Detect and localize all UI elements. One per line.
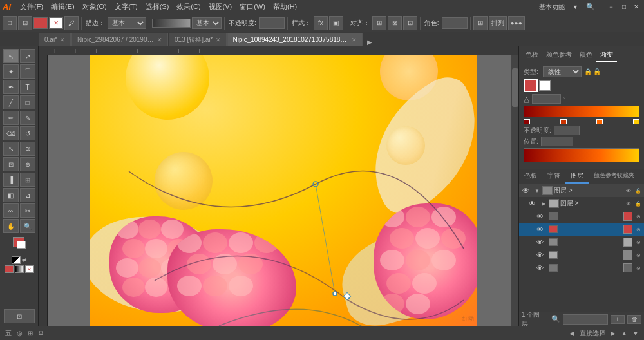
status-icon-2[interactable]: ◎: [17, 330, 23, 337]
search-icon-layers[interactable]: 🔍: [551, 315, 560, 323]
color-mode-btn[interactable]: [5, 265, 14, 273]
tab-gradient[interactable]: 渐变: [596, 49, 617, 62]
hand-tool[interactable]: ✋: [3, 219, 19, 233]
menu-view[interactable]: 视图(V): [205, 1, 236, 13]
tab-overflow-btn[interactable]: ▶: [365, 39, 375, 46]
type-tool[interactable]: T: [20, 80, 35, 94]
expand-icon-1[interactable]: ▶: [540, 200, 547, 207]
layers-content[interactable]: 👁 ▼ 图层 > 👁 🔒 👁 ▶ 图层 >: [519, 184, 644, 312]
layers-tab-swatch[interactable]: 色板: [519, 169, 542, 184]
eye-icon-3[interactable]: 👁: [535, 224, 545, 234]
stroke-swatch[interactable]: [17, 241, 26, 249]
blend-tool[interactable]: ∞: [3, 203, 19, 218]
layer-1-eye[interactable]: 👁: [624, 199, 633, 208]
stop-3[interactable]: [596, 119, 603, 124]
line-tool[interactable]: ╱: [3, 95, 19, 109]
fill-eyedropper[interactable]: 🖊: [64, 16, 79, 30]
eye-icon-5[interactable]: 👁: [535, 250, 545, 260]
layer-5-options[interactable]: ⊙: [634, 250, 643, 260]
lock-icon[interactable]: 🔒: [584, 68, 592, 75]
warp-tool[interactable]: ≋: [20, 142, 35, 156]
panel-fill-swatch[interactable]: [524, 79, 538, 92]
align-center-btn[interactable]: ⊠: [388, 16, 402, 30]
layer-row-4[interactable]: 👁 ⊙: [519, 236, 644, 249]
layer-search-input[interactable]: [563, 314, 608, 325]
tab-2-close[interactable]: ✕: [216, 37, 221, 43]
menu-edit[interactable]: 编辑(E): [47, 1, 79, 13]
angle-input[interactable]: -10.3: [532, 94, 561, 104]
new-button[interactable]: □: [3, 16, 17, 30]
close-button[interactable]: ✕: [631, 3, 641, 10]
stop-4[interactable]: [633, 119, 639, 124]
transform-btn[interactable]: ⊞: [473, 16, 488, 30]
menu-help[interactable]: 帮助(H): [269, 1, 301, 13]
tab-3[interactable]: Nipic_10894243_20181027103758180081[转换].…: [227, 33, 363, 46]
current-gradient-preview[interactable]: [524, 148, 639, 162]
rotate-tool[interactable]: ↺: [20, 126, 35, 140]
layer-color-chip-3[interactable]: [623, 225, 632, 234]
opacity-input[interactable]: 31%: [259, 17, 285, 29]
eye-icon-4[interactable]: 👁: [535, 237, 545, 247]
search-icon[interactable]: 🔍: [583, 3, 598, 11]
eye-icon-6[interactable]: 👁: [535, 263, 545, 273]
gradient-bar[interactable]: [524, 106, 639, 117]
tab-color[interactable]: 颜色: [576, 49, 596, 62]
layer-color-chip-5[interactable]: [623, 250, 632, 260]
layer-3-options[interactable]: ⊙: [634, 225, 643, 234]
layer-row-2[interactable]: 👁 ⊙: [519, 210, 644, 223]
tab-swatch[interactable]: 色板: [522, 49, 542, 62]
stroke-select[interactable]: 基本: [108, 17, 146, 29]
nav-up[interactable]: ▲: [621, 330, 627, 337]
new-layer-btn[interactable]: +: [611, 315, 625, 324]
status-icon-1[interactable]: 五: [5, 329, 12, 338]
tab-1-close[interactable]: ✕: [157, 37, 162, 43]
layer-4-options[interactable]: ⊙: [634, 238, 643, 247]
pencil-tool[interactable]: ✎: [20, 111, 35, 125]
more-btn[interactable]: ●●●: [508, 16, 525, 30]
workspace-selector[interactable]: 基本功能: [536, 3, 567, 12]
rect-tool[interactable]: □: [20, 95, 35, 109]
eyedropper-tool[interactable]: ⊿: [20, 188, 35, 202]
mesh-tool[interactable]: ⊞: [20, 173, 35, 187]
stroke-color-btn[interactable]: [33, 17, 48, 29]
eraser-tool[interactable]: ⌫: [3, 126, 19, 140]
mask-icon[interactable]: ▣: [329, 16, 343, 30]
selection-tool[interactable]: ↖: [3, 49, 19, 63]
open-button[interactable]: ⊡: [18, 16, 32, 30]
scissors-tool[interactable]: ✂: [20, 203, 35, 218]
magic-wand-tool[interactable]: ✦: [3, 64, 19, 79]
brush-tool[interactable]: ✏: [3, 111, 19, 125]
layers-tab-char[interactable]: 字符: [542, 169, 565, 184]
tab-0-close[interactable]: ✕: [60, 37, 65, 43]
panel-stroke-swatch[interactable]: [539, 80, 551, 91]
opacity-input[interactable]: 100%: [554, 126, 580, 135]
layer-1-lock[interactable]: 🔒: [634, 199, 643, 208]
nav-right[interactable]: ▶: [611, 330, 616, 337]
align-right-btn[interactable]: ⊡: [403, 16, 417, 30]
stroke-none-btn[interactable]: ✕: [49, 17, 63, 29]
art-board-btn[interactable]: ⊡: [4, 309, 35, 323]
canvas-container[interactable]: 红动: [90, 55, 477, 326]
arrange-btn[interactable]: 排列: [489, 16, 507, 30]
zoom-tool[interactable]: 🔍: [20, 219, 35, 233]
eye-icon-group[interactable]: 👁: [520, 185, 531, 196]
layer-opt-lock[interactable]: 🔒: [634, 186, 643, 195]
layer-group-header[interactable]: 👁 ▼ 图层 > 👁 🔒: [519, 184, 644, 197]
size-input[interactable]: 0 px: [442, 17, 468, 29]
unlock-icon[interactable]: 🔓: [593, 68, 601, 75]
tab-3-close[interactable]: ✕: [352, 37, 357, 43]
menu-effect[interactable]: 效果(C): [173, 1, 204, 13]
layer-2-options[interactable]: ⊙: [634, 212, 643, 221]
gradient-mode-btn[interactable]: [15, 265, 24, 273]
menu-window[interactable]: 窗口(W): [236, 1, 269, 13]
free-transform-tool[interactable]: ⊡: [3, 157, 19, 171]
position-input[interactable]: 60.99%: [541, 137, 573, 146]
layer-row-3[interactable]: 👁 ⊙: [519, 223, 644, 236]
pen-tool[interactable]: ✒: [3, 80, 19, 94]
v-scroll-thumb[interactable]: [512, 68, 518, 107]
delete-layer-btn[interactable]: 🗑: [627, 315, 641, 324]
nav-down[interactable]: ▼: [632, 330, 639, 337]
stop-2[interactable]: [560, 119, 567, 124]
layers-tab-color-fav[interactable]: 颜色参考收藏夹: [589, 169, 639, 184]
tab-2[interactable]: 013 [转换].ai* ✕: [169, 33, 226, 46]
